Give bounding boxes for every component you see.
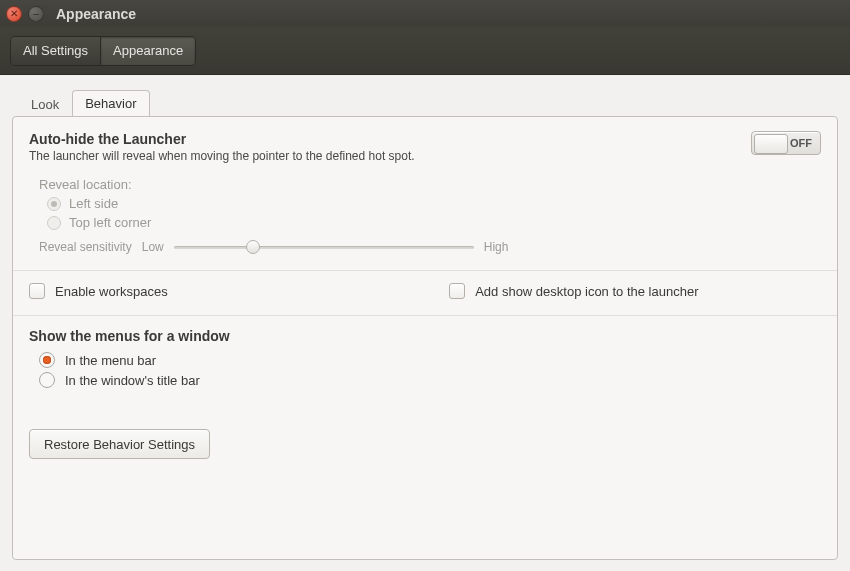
close-icon[interactable]: ✕ (6, 6, 22, 22)
menus-title: Show the menus for a window (29, 328, 821, 344)
minimize-icon[interactable]: – (28, 6, 44, 22)
restore-behavior-button[interactable]: Restore Behavior Settings (29, 429, 210, 459)
radio-icon (39, 352, 55, 368)
menus-titlebar-label: In the window's title bar (65, 373, 200, 388)
slider-thumb-icon[interactable] (246, 240, 260, 254)
behavior-panel: Auto-hide the Launcher The launcher will… (12, 116, 838, 560)
add-show-desktop-label: Add show desktop icon to the launcher (475, 284, 698, 299)
reveal-top-left[interactable]: Top left corner (47, 215, 821, 230)
checkbox-icon (29, 283, 45, 299)
reveal-sensitivity-high: High (484, 240, 509, 254)
reveal-topleft-label: Top left corner (69, 215, 151, 230)
breadcrumb-appearance[interactable]: Appearance (101, 37, 195, 65)
toolbar: All Settings Appearance (0, 27, 850, 75)
reveal-sensitivity-slider[interactable] (174, 240, 474, 254)
autohide-switch[interactable]: OFF (751, 131, 821, 155)
titlebar: ✕ – Appearance (0, 0, 850, 27)
reveal-location-group: Reveal location: Left side Top left corn… (39, 177, 821, 230)
tab-look[interactable]: Look (18, 91, 72, 117)
enable-workspaces[interactable]: Enable workspaces (29, 283, 409, 299)
tab-row: Look Behavior (12, 89, 838, 116)
reveal-left-label: Left side (69, 196, 118, 211)
tab-behavior[interactable]: Behavior (72, 90, 149, 117)
radio-icon (39, 372, 55, 388)
radio-icon (47, 216, 61, 230)
window-title: Appearance (56, 6, 136, 22)
menus-in-title-bar[interactable]: In the window's title bar (39, 372, 821, 388)
breadcrumb-all-settings[interactable]: All Settings (11, 37, 101, 65)
breadcrumb: All Settings Appearance (10, 36, 196, 66)
radio-icon (47, 197, 61, 211)
autohide-title: Auto-hide the Launcher (29, 131, 415, 147)
autohide-switch-label: OFF (790, 137, 812, 149)
reveal-location-label: Reveal location: (39, 177, 821, 192)
add-show-desktop[interactable]: Add show desktop icon to the launcher (449, 283, 829, 299)
divider (13, 315, 837, 316)
menus-menubar-label: In the menu bar (65, 353, 156, 368)
enable-workspaces-label: Enable workspaces (55, 284, 168, 299)
checkbox-icon (449, 283, 465, 299)
divider (13, 270, 837, 271)
reveal-sensitivity-low: Low (142, 240, 164, 254)
reveal-sensitivity-row: Reveal sensitivity Low High (39, 240, 821, 254)
menus-in-menu-bar[interactable]: In the menu bar (39, 352, 821, 368)
reveal-sensitivity-label: Reveal sensitivity (39, 240, 132, 254)
autohide-desc: The launcher will reveal when moving the… (29, 149, 415, 163)
checkbox-row: Enable workspaces Add show desktop icon … (29, 283, 821, 299)
client-area: Look Behavior Auto-hide the Launcher The… (0, 75, 850, 571)
menus-section: Show the menus for a window In the menu … (29, 328, 821, 388)
reveal-left-side[interactable]: Left side (47, 196, 821, 211)
autohide-section: Auto-hide the Launcher The launcher will… (29, 131, 821, 254)
